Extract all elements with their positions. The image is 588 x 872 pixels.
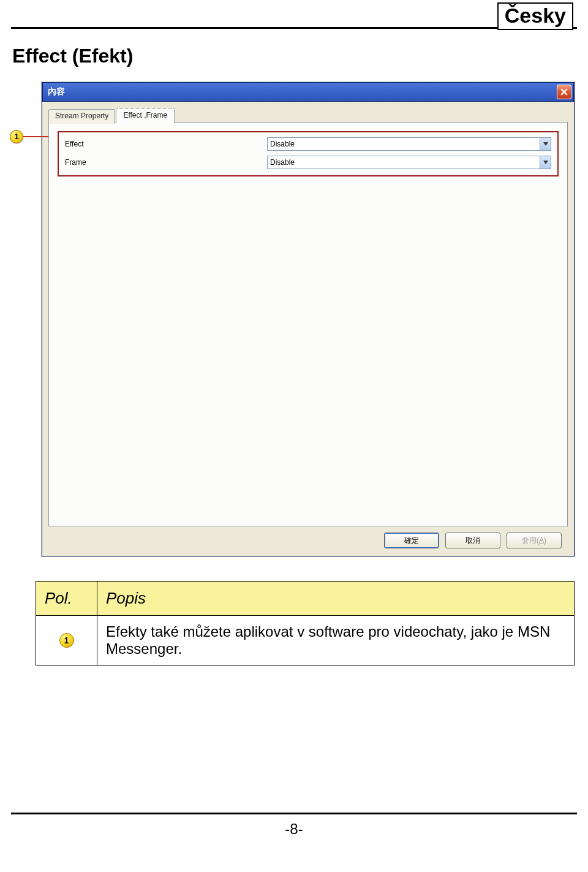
close-button[interactable] bbox=[557, 85, 571, 99]
tab-panel: Effect Disable Frame Disable bbox=[48, 122, 568, 526]
tab-effect-frame[interactable]: Effect ,Frame bbox=[116, 108, 175, 123]
table-row: 1 Efekty také můžete aplikovat v softwar… bbox=[36, 616, 575, 665]
table-header-pol: Pol. bbox=[36, 582, 97, 616]
ok-button[interactable]: 確定 bbox=[384, 533, 439, 548]
frame-select[interactable]: Disable bbox=[267, 156, 551, 169]
apply-accel-key: A bbox=[539, 536, 544, 545]
properties-dialog: 內容 Stream Property Effect ,Frame Effect … bbox=[42, 82, 575, 556]
item-marker-1: 1 bbox=[59, 633, 74, 648]
close-icon bbox=[560, 88, 568, 96]
cancel-button[interactable]: 取消 bbox=[445, 533, 500, 548]
dialog-button-row: 確定 取消 套用(A) bbox=[48, 526, 568, 548]
frame-label: Frame bbox=[65, 158, 267, 167]
top-divider bbox=[11, 27, 577, 29]
page-heading: Effect (Efekt) bbox=[12, 45, 577, 67]
language-badge: Česky bbox=[497, 2, 573, 30]
page-number: -8- bbox=[11, 814, 577, 850]
apply-button: 套用(A) bbox=[507, 533, 562, 548]
callout-line bbox=[23, 136, 50, 137]
dialog-title: 內容 bbox=[48, 86, 65, 97]
callout-marker-1: 1 bbox=[10, 130, 23, 143]
apply-button-label: 套用(A) bbox=[522, 536, 546, 546]
chevron-down-icon bbox=[540, 138, 551, 150]
chevron-down-icon bbox=[540, 156, 551, 169]
effect-label: Effect bbox=[65, 140, 267, 148]
table-header-popis: Popis bbox=[97, 582, 575, 616]
description-table: Pol. Popis 1 Efekty také můžete aplikova… bbox=[36, 581, 575, 665]
dialog-titlebar: 內容 bbox=[42, 82, 574, 102]
effect-select[interactable]: Disable bbox=[267, 137, 551, 151]
frame-row: Frame Disable bbox=[65, 156, 551, 169]
effect-row: Effect Disable bbox=[65, 137, 551, 151]
effect-select-value: Disable bbox=[270, 140, 295, 148]
tab-stream-property[interactable]: Stream Property bbox=[48, 109, 115, 124]
highlighted-settings-box: Effect Disable Frame Disable bbox=[58, 131, 559, 176]
table-cell-marker: 1 bbox=[36, 616, 97, 665]
tab-strip: Stream Property Effect ,Frame bbox=[48, 108, 568, 123]
frame-select-value: Disable bbox=[270, 158, 295, 167]
table-cell-description: Efekty také můžete aplikovat v software … bbox=[97, 616, 575, 665]
